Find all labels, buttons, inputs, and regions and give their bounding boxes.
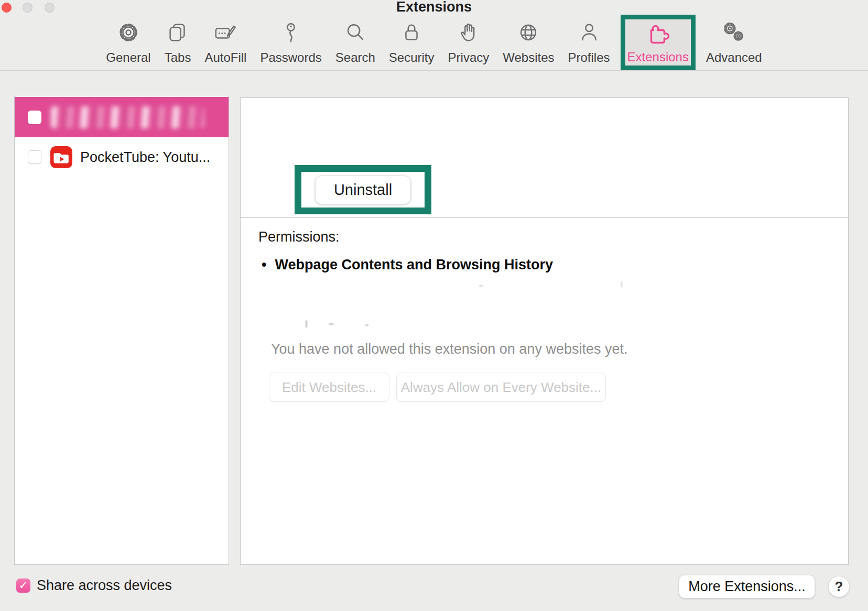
puzzle-icon [645, 19, 670, 48]
annotation-box-uninstall: Uninstall [295, 165, 431, 214]
tab-security[interactable]: Security [386, 16, 438, 70]
tab-profiles[interactable]: Profiles [565, 16, 613, 70]
tab-label: Tabs [165, 50, 191, 65]
permissions-heading: Permissions: [258, 229, 340, 245]
extension-name: PocketTube: Youtu... [80, 149, 210, 166]
tab-privacy[interactable]: Privacy [445, 16, 493, 70]
key-icon [279, 16, 303, 49]
tab-search[interactable]: Search [332, 16, 378, 70]
titlebar: Extensions [0, 0, 868, 15]
share-checkbox-checked[interactable] [16, 579, 30, 593]
extension-detail-panel: Uninstall Permissions: •Webpage Contents… [240, 97, 849, 565]
permission-item: •Webpage Contents and Browsing History [262, 257, 553, 273]
gear-icon [116, 16, 140, 49]
share-across-devices-row: Share across devices [16, 577, 172, 594]
tab-autofill[interactable]: AutoFill [201, 16, 249, 70]
extension-enable-checkbox[interactable] [28, 150, 41, 164]
tabs-icon [166, 16, 190, 49]
tab-label: General [106, 50, 150, 65]
extension-row-selected[interactable] [15, 97, 229, 137]
pockettube-icon [50, 146, 72, 168]
share-label: Share across devices [37, 577, 172, 594]
not-allowed-message: You have not allowed this extension on a… [271, 341, 627, 357]
website-buttons-row: Edit Websites... Always Allow on Every W… [269, 373, 606, 402]
person-icon [577, 16, 601, 49]
hand-icon [457, 16, 481, 49]
more-extensions-button[interactable]: More Extensions... [679, 575, 815, 598]
tab-label: Passwords [260, 50, 321, 65]
tab-extensions[interactable]: Extensions [621, 15, 696, 70]
always-allow-button[interactable]: Always Allow on Every Website... [396, 373, 606, 402]
extensions-list-panel: PocketTube: Youtu... [14, 96, 229, 565]
blur-artifact [479, 285, 483, 287]
permission-text: Webpage Contents and Browsing History [275, 257, 553, 272]
tab-label: AutoFill [204, 50, 246, 65]
gears-icon [721, 16, 747, 49]
globe-icon [516, 16, 540, 49]
bullet-icon: • [262, 257, 266, 273]
blur-artifact [621, 281, 622, 288]
blur-artifact [306, 320, 307, 328]
edit-websites-button[interactable]: Edit Websites... [269, 373, 389, 402]
help-button[interactable]: ? [828, 576, 850, 597]
autofill-icon [213, 16, 237, 49]
tab-websites[interactable]: Websites [500, 16, 557, 70]
tab-label: Security [389, 50, 435, 65]
tab-label: Extensions [627, 50, 689, 64]
tab-label: Websites [503, 50, 554, 65]
preferences-toolbar: General Tabs AutoFill [0, 14, 868, 71]
tab-label: Advanced [706, 50, 762, 65]
section-divider [241, 217, 848, 218]
tab-label: Profiles [568, 50, 610, 65]
tab-passwords[interactable]: Passwords [257, 16, 324, 70]
tab-advanced[interactable]: Advanced [703, 16, 765, 70]
tab-tabs[interactable]: Tabs [161, 16, 194, 70]
tab-label: Search [335, 50, 375, 65]
tab-general[interactable]: General [103, 16, 154, 70]
blur-artifact [365, 324, 368, 326]
blur-artifact [329, 323, 334, 325]
search-icon [343, 16, 367, 49]
tab-label: Privacy [448, 50, 490, 65]
uninstall-button[interactable]: Uninstall [315, 176, 411, 204]
extension-row-pockettube[interactable]: PocketTube: Youtu... [15, 143, 229, 172]
extension-enable-checkbox[interactable] [28, 111, 41, 124]
window-title: Extensions [0, 0, 868, 15]
lock-icon [399, 16, 424, 49]
extension-name-redacted [51, 106, 204, 128]
